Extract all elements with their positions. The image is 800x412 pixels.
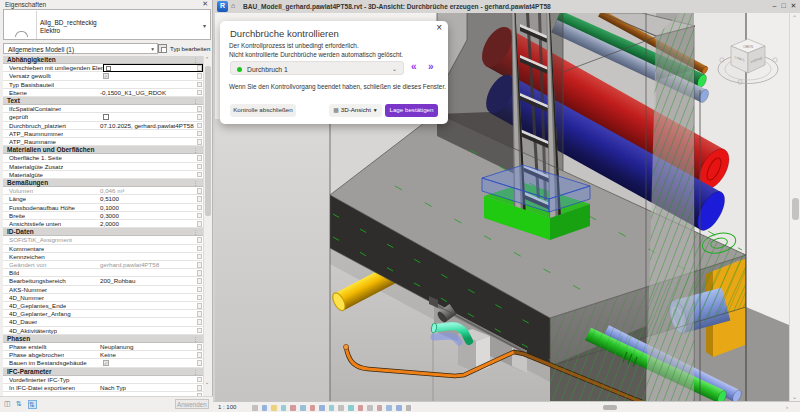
svg-text:OBEN: OBEN	[743, 46, 754, 50]
